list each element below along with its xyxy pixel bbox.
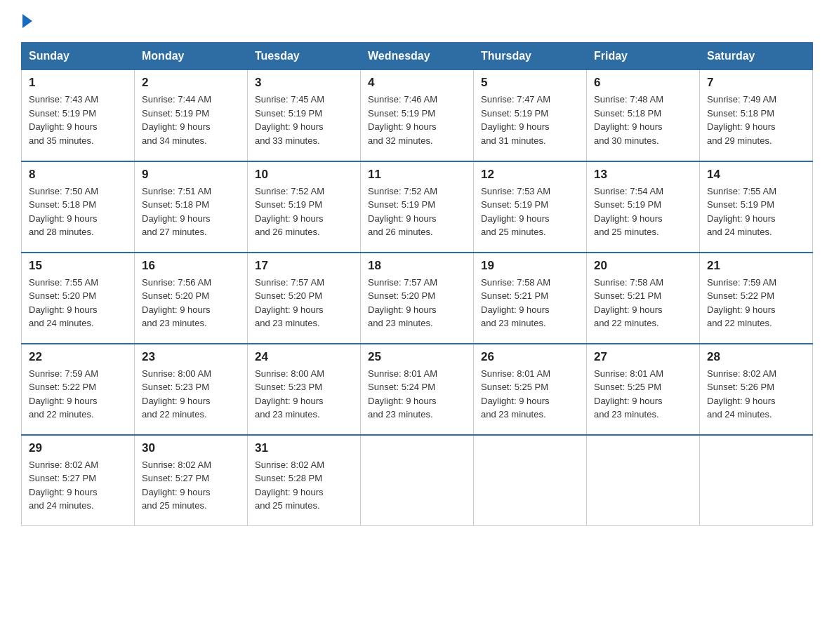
column-header-friday: Friday [587, 43, 700, 70]
day-number: 30 [142, 441, 240, 455]
day-info: Sunrise: 7:43 AM Sunset: 5:19 PM Dayligh… [29, 93, 127, 147]
day-info: Sunrise: 8:01 AM Sunset: 5:25 PM Dayligh… [481, 367, 579, 422]
day-number: 31 [255, 441, 353, 455]
day-number: 18 [368, 259, 466, 273]
day-info: Sunrise: 8:02 AM Sunset: 5:28 PM Dayligh… [255, 458, 353, 513]
day-number: 8 [29, 168, 127, 182]
day-info: Sunrise: 7:57 AM Sunset: 5:20 PM Dayligh… [368, 276, 466, 330]
calendar-cell: 25 Sunrise: 8:01 AM Sunset: 5:24 PM Dayl… [361, 344, 474, 435]
calendar-cell: 8 Sunrise: 7:50 AM Sunset: 5:18 PM Dayli… [22, 161, 135, 253]
calendar-week-row: 8 Sunrise: 7:50 AM Sunset: 5:18 PM Dayli… [22, 161, 813, 253]
calendar-cell: 4 Sunrise: 7:46 AM Sunset: 5:19 PM Dayli… [361, 70, 474, 161]
day-info: Sunrise: 8:02 AM Sunset: 5:27 PM Dayligh… [142, 458, 240, 513]
calendar-week-row: 22 Sunrise: 7:59 AM Sunset: 5:22 PM Dayl… [22, 344, 813, 435]
day-info: Sunrise: 7:55 AM Sunset: 5:20 PM Dayligh… [29, 276, 127, 330]
day-info: Sunrise: 7:51 AM Sunset: 5:18 PM Dayligh… [142, 185, 240, 239]
day-number: 21 [707, 259, 805, 273]
calendar-cell: 31 Sunrise: 8:02 AM Sunset: 5:28 PM Dayl… [248, 435, 361, 526]
calendar-cell: 2 Sunrise: 7:44 AM Sunset: 5:19 PM Dayli… [135, 70, 248, 161]
day-info: Sunrise: 7:55 AM Sunset: 5:19 PM Dayligh… [707, 185, 805, 239]
day-number: 7 [707, 76, 805, 90]
day-info: Sunrise: 7:54 AM Sunset: 5:19 PM Dayligh… [594, 185, 692, 239]
day-info: Sunrise: 7:49 AM Sunset: 5:18 PM Dayligh… [707, 93, 805, 147]
day-number: 17 [255, 259, 353, 273]
calendar-week-row: 15 Sunrise: 7:55 AM Sunset: 5:20 PM Dayl… [22, 253, 813, 344]
day-number: 1 [29, 76, 127, 90]
day-info: Sunrise: 7:48 AM Sunset: 5:18 PM Dayligh… [594, 93, 692, 147]
day-info: Sunrise: 7:58 AM Sunset: 5:21 PM Dayligh… [594, 276, 692, 330]
day-number: 4 [368, 76, 466, 90]
calendar-cell: 12 Sunrise: 7:53 AM Sunset: 5:19 PM Dayl… [474, 161, 587, 253]
day-number: 26 [481, 350, 579, 364]
page-header [21, 14, 813, 28]
day-info: Sunrise: 8:00 AM Sunset: 5:23 PM Dayligh… [255, 367, 353, 422]
column-header-sunday: Sunday [22, 43, 135, 70]
calendar-body: 1 Sunrise: 7:43 AM Sunset: 5:19 PM Dayli… [22, 70, 813, 526]
day-number: 22 [29, 350, 127, 364]
calendar-table: SundayMondayTuesdayWednesdayThursdayFrid… [21, 42, 813, 526]
day-number: 12 [481, 168, 579, 182]
day-info: Sunrise: 8:02 AM Sunset: 5:26 PM Dayligh… [707, 367, 805, 422]
day-number: 13 [594, 168, 692, 182]
calendar-cell [361, 435, 474, 526]
day-number: 15 [29, 259, 127, 273]
day-number: 20 [594, 259, 692, 273]
day-number: 11 [368, 168, 466, 182]
column-header-saturday: Saturday [700, 43, 813, 70]
logo [21, 14, 32, 28]
calendar-cell: 18 Sunrise: 7:57 AM Sunset: 5:20 PM Dayl… [361, 253, 474, 344]
day-info: Sunrise: 7:52 AM Sunset: 5:19 PM Dayligh… [255, 185, 353, 239]
calendar-cell: 28 Sunrise: 8:02 AM Sunset: 5:26 PM Dayl… [700, 344, 813, 435]
day-info: Sunrise: 8:01 AM Sunset: 5:25 PM Dayligh… [594, 367, 692, 422]
calendar-cell: 11 Sunrise: 7:52 AM Sunset: 5:19 PM Dayl… [361, 161, 474, 253]
day-info: Sunrise: 7:45 AM Sunset: 5:19 PM Dayligh… [255, 93, 353, 147]
day-number: 23 [142, 350, 240, 364]
day-info: Sunrise: 7:46 AM Sunset: 5:19 PM Dayligh… [368, 93, 466, 147]
day-number: 28 [707, 350, 805, 364]
calendar-week-row: 1 Sunrise: 7:43 AM Sunset: 5:19 PM Dayli… [22, 70, 813, 161]
day-number: 25 [368, 350, 466, 364]
calendar-cell: 15 Sunrise: 7:55 AM Sunset: 5:20 PM Dayl… [22, 253, 135, 344]
day-number: 2 [142, 76, 240, 90]
day-number: 6 [594, 76, 692, 90]
day-info: Sunrise: 7:58 AM Sunset: 5:21 PM Dayligh… [481, 276, 579, 330]
calendar-cell: 30 Sunrise: 8:02 AM Sunset: 5:27 PM Dayl… [135, 435, 248, 526]
column-header-wednesday: Wednesday [361, 43, 474, 70]
day-info: Sunrise: 8:01 AM Sunset: 5:24 PM Dayligh… [368, 367, 466, 422]
day-info: Sunrise: 7:44 AM Sunset: 5:19 PM Dayligh… [142, 93, 240, 147]
column-header-tuesday: Tuesday [248, 43, 361, 70]
day-info: Sunrise: 7:56 AM Sunset: 5:20 PM Dayligh… [142, 276, 240, 330]
calendar-cell: 5 Sunrise: 7:47 AM Sunset: 5:19 PM Dayli… [474, 70, 587, 161]
day-number: 27 [594, 350, 692, 364]
column-header-monday: Monday [135, 43, 248, 70]
calendar-cell: 10 Sunrise: 7:52 AM Sunset: 5:19 PM Dayl… [248, 161, 361, 253]
day-info: Sunrise: 8:02 AM Sunset: 5:27 PM Dayligh… [29, 458, 127, 513]
calendar-cell: 26 Sunrise: 8:01 AM Sunset: 5:25 PM Dayl… [474, 344, 587, 435]
logo-blue-part [21, 14, 32, 28]
calendar-cell: 27 Sunrise: 8:01 AM Sunset: 5:25 PM Dayl… [587, 344, 700, 435]
calendar-cell: 29 Sunrise: 8:02 AM Sunset: 5:27 PM Dayl… [22, 435, 135, 526]
calendar-cell: 9 Sunrise: 7:51 AM Sunset: 5:18 PM Dayli… [135, 161, 248, 253]
day-number: 19 [481, 259, 579, 273]
calendar-cell: 14 Sunrise: 7:55 AM Sunset: 5:19 PM Dayl… [700, 161, 813, 253]
day-number: 9 [142, 168, 240, 182]
day-number: 5 [481, 76, 579, 90]
calendar-cell: 13 Sunrise: 7:54 AM Sunset: 5:19 PM Dayl… [587, 161, 700, 253]
calendar-cell: 6 Sunrise: 7:48 AM Sunset: 5:18 PM Dayli… [587, 70, 700, 161]
calendar-cell: 19 Sunrise: 7:58 AM Sunset: 5:21 PM Dayl… [474, 253, 587, 344]
day-number: 10 [255, 168, 353, 182]
calendar-cell: 20 Sunrise: 7:58 AM Sunset: 5:21 PM Dayl… [587, 253, 700, 344]
day-info: Sunrise: 8:00 AM Sunset: 5:23 PM Dayligh… [142, 367, 240, 422]
calendar-cell: 3 Sunrise: 7:45 AM Sunset: 5:19 PM Dayli… [248, 70, 361, 161]
calendar-cell: 1 Sunrise: 7:43 AM Sunset: 5:19 PM Dayli… [22, 70, 135, 161]
day-number: 29 [29, 441, 127, 455]
day-info: Sunrise: 7:59 AM Sunset: 5:22 PM Dayligh… [707, 276, 805, 330]
calendar-cell [700, 435, 813, 526]
calendar-cell: 22 Sunrise: 7:59 AM Sunset: 5:22 PM Dayl… [22, 344, 135, 435]
day-number: 16 [142, 259, 240, 273]
calendar-cell: 17 Sunrise: 7:57 AM Sunset: 5:20 PM Dayl… [248, 253, 361, 344]
calendar-cell [587, 435, 700, 526]
day-number: 24 [255, 350, 353, 364]
day-number: 3 [255, 76, 353, 90]
calendar-cell [474, 435, 587, 526]
